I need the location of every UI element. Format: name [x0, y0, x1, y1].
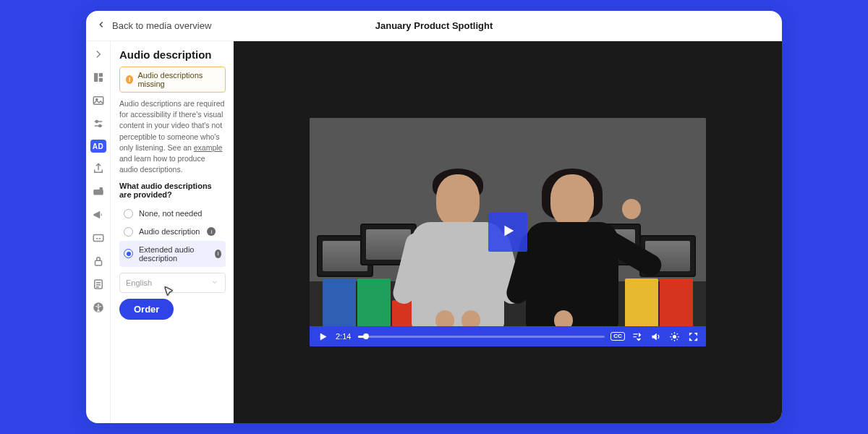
radio-label: Extended audio description [139, 245, 208, 263]
rail-thumbnail[interactable] [91, 93, 106, 108]
cc-icon: CC [610, 332, 625, 341]
progress-bar[interactable] [358, 336, 605, 338]
prop-block [357, 278, 391, 329]
svg-point-5 [95, 121, 98, 123]
svg-point-13 [97, 305, 98, 306]
svg-point-14 [673, 335, 676, 338]
video-person [518, 166, 626, 329]
svg-rect-9 [93, 235, 103, 242]
warning-text: Audio descriptions missing [137, 71, 219, 88]
radio-label: None, not needed [139, 209, 202, 218]
settings-button[interactable] [668, 331, 680, 342]
info-icon[interactable]: i [215, 250, 221, 258]
rail-accessibility[interactable] [91, 300, 106, 315]
transcript-button[interactable] [631, 331, 642, 342]
prop-block [323, 278, 356, 329]
radio-none[interactable]: None, not needed [119, 205, 226, 223]
captions-button[interactable]: CC [612, 331, 624, 342]
svg-rect-2 [98, 78, 102, 82]
rail-share[interactable] [91, 161, 106, 176]
video-stage: 2:14 CC [234, 41, 782, 423]
warning-banner: ! Audio descriptions missing [119, 67, 226, 93]
order-button[interactable]: Order [119, 299, 174, 320]
language-select[interactable]: English [119, 273, 226, 293]
rail-customize[interactable] [91, 70, 106, 85]
page-title: January Product Spotlight [375, 20, 493, 31]
radio-icon [124, 249, 133, 258]
svg-rect-8 [99, 187, 103, 190]
video-player[interactable]: 2:14 CC [310, 118, 706, 346]
radio-icon [124, 227, 133, 237]
rail-captions[interactable] [91, 231, 106, 245]
rail-form[interactable] [91, 277, 106, 292]
example-link[interactable]: example [194, 143, 223, 152]
rail-collapse[interactable] [91, 47, 106, 61]
prop-block [625, 278, 658, 329]
svg-rect-1 [98, 73, 102, 77]
back-label: Back to media overview [112, 20, 211, 31]
play-button[interactable] [317, 331, 328, 342]
app-window: Back to media overview January Product S… [86, 11, 782, 423]
warning-icon: ! [126, 75, 133, 84]
play-icon [500, 223, 516, 242]
body: AD Audio description ! Audio description… [86, 41, 782, 423]
side-panel: Audio description ! Audio descriptions m… [111, 41, 234, 423]
rail-privacy[interactable] [91, 254, 106, 268]
back-link[interactable]: Back to media overview [96, 20, 211, 32]
rail-audio-description[interactable]: AD [90, 140, 106, 153]
radio-group: None, not needed Audio description i Ext… [119, 205, 226, 267]
rail-cta[interactable] [91, 184, 106, 199]
radio-icon [124, 209, 133, 218]
play-overlay-button[interactable] [488, 213, 527, 252]
rail-controls[interactable] [91, 116, 106, 131]
language-value: English [126, 278, 152, 287]
svg-rect-10 [95, 260, 101, 265]
rail-broadcast[interactable] [91, 208, 106, 222]
panel-heading: Audio description [119, 48, 226, 61]
question-label: What audio descriptions are provided? [119, 182, 226, 199]
help-text: Audio descriptions are required for acce… [119, 98, 226, 176]
svg-point-6 [98, 125, 101, 127]
radio-extended-audio-description[interactable]: Extended audio description i [119, 241, 226, 267]
info-icon[interactable]: i [207, 227, 216, 236]
prop-block [660, 278, 693, 329]
svg-rect-0 [94, 73, 98, 82]
ad-icon: AD [93, 142, 103, 150]
fullscreen-button[interactable] [687, 331, 699, 342]
topbar: Back to media overview January Product S… [86, 11, 782, 41]
chevron-down-icon [210, 278, 219, 288]
arrow-left-icon [96, 20, 106, 32]
progress-knob [363, 333, 369, 339]
radio-audio-description[interactable]: Audio description i [119, 223, 226, 241]
icon-rail: AD [86, 41, 111, 423]
player-controls: 2:14 CC [310, 326, 706, 346]
svg-rect-7 [93, 190, 103, 195]
svg-rect-3 [93, 97, 103, 105]
radio-label: Audio description [139, 227, 200, 236]
current-time: 2:14 [336, 332, 351, 341]
volume-button[interactable] [650, 331, 661, 342]
